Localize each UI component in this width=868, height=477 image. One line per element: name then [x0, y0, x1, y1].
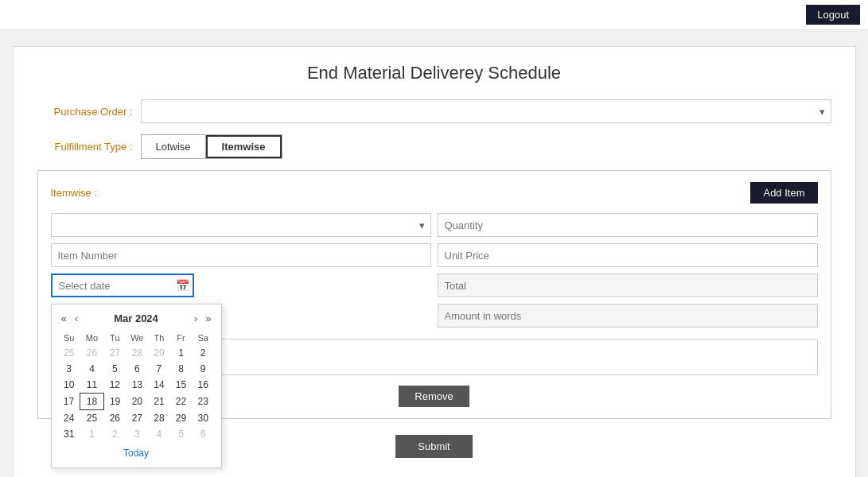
submit-button[interactable]: Submit [395, 435, 472, 458]
calendar-weekday: Sa [192, 331, 214, 345]
logout-button[interactable]: Logout [806, 5, 860, 25]
cal-next-month-button[interactable]: › [191, 311, 200, 326]
cal-next-group: › » [191, 311, 215, 326]
fulfillment-type-row: Fulfillment Type : Lotwise Itemwise [37, 134, 831, 159]
cal-prev-year-button[interactable]: « [58, 311, 70, 326]
purchase-order-label: Purchase Order : [37, 106, 141, 118]
calendar-today-link[interactable]: Today [58, 445, 215, 461]
total-input[interactable] [438, 273, 818, 297]
quantity-input[interactable] [438, 213, 818, 237]
calendar-weekday: Su [58, 331, 80, 345]
item-form-top: ▾ « ‹ Mar 2024 › [51, 213, 818, 328]
fulfillment-type-label: Fulfillment Type : [37, 141, 141, 153]
date-input-wrapper: 📅 [51, 273, 194, 297]
purchase-order-select[interactable] [141, 99, 831, 123]
item-dropdown-wrapper: ▾ [51, 213, 431, 237]
date-picker-container: « ‹ Mar 2024 › » SuMoTuWeThFrSa [51, 273, 431, 297]
calendar-day[interactable]: 10 [58, 377, 80, 394]
calendar-weekday: Mo [80, 331, 103, 345]
calendar-day[interactable]: 29 [148, 345, 170, 361]
item-dropdown[interactable] [51, 213, 431, 237]
calendar-day[interactable]: 12 [103, 377, 126, 394]
add-item-button[interactable]: Add Item [750, 182, 817, 204]
calendar-day[interactable]: 7 [148, 361, 170, 377]
calendar-day[interactable]: 24 [58, 410, 80, 427]
fulfillment-toggle-group: Lotwise Itemwise [141, 134, 282, 159]
calendar-day[interactable]: 9 [192, 361, 214, 377]
lotwise-button[interactable]: Lotwise [142, 135, 206, 158]
calendar-day[interactable]: 21 [148, 394, 170, 410]
amount-in-words-input[interactable] [438, 304, 818, 328]
itemwise-section: Itemwise : Add Item ▾ [37, 170, 831, 419]
main-container: End Material Deliverey Schedule Purchase… [13, 46, 856, 477]
calendar-day[interactable]: 6 [192, 426, 214, 442]
calendar-popup: « ‹ Mar 2024 › » SuMoTuWeThFrSa [51, 304, 222, 468]
calendar-day[interactable]: 28 [148, 410, 170, 427]
calendar-weekday: Th [148, 331, 170, 345]
calendar-day[interactable]: 25 [58, 345, 80, 361]
page-title: End Material Deliverey Schedule [37, 63, 831, 83]
calendar-day[interactable]: 13 [127, 377, 149, 394]
left-column: ▾ « ‹ Mar 2024 › [51, 213, 431, 328]
remove-button[interactable]: Remove [399, 386, 469, 407]
date-input[interactable] [51, 273, 194, 297]
calendar-day[interactable]: 27 [103, 345, 126, 361]
calendar-day[interactable]: 18 [80, 394, 103, 410]
itemwise-label: Itemwise : [51, 187, 98, 199]
calendar-weekday: Tu [103, 331, 126, 345]
calendar-day[interactable]: 29 [170, 410, 193, 427]
calendar-grid: SuMoTuWeThFrSa 2526272829123456789101112… [58, 331, 215, 442]
calendar-day[interactable]: 1 [170, 345, 193, 361]
calendar-day[interactable]: 14 [148, 377, 170, 394]
calendar-day[interactable]: 20 [127, 394, 149, 410]
cal-prev-group: « ‹ [58, 311, 82, 326]
calendar-weekday: Fr [170, 331, 193, 345]
itemwise-header: Itemwise : Add Item [51, 182, 818, 204]
calendar-day[interactable]: 6 [127, 361, 149, 377]
purchase-order-row: Purchase Order : ▾ [37, 99, 831, 123]
item-number-input[interactable] [51, 243, 431, 267]
calendar-day[interactable]: 1 [80, 426, 103, 442]
calendar-day[interactable]: 4 [80, 361, 103, 377]
calendar-day[interactable]: 31 [58, 426, 80, 442]
calendar-day[interactable]: 26 [103, 410, 126, 427]
calendar-day[interactable]: 27 [127, 410, 149, 427]
calendar-day[interactable]: 2 [192, 345, 214, 361]
calendar-day[interactable]: 23 [192, 394, 214, 410]
calendar-day[interactable]: 4 [148, 426, 170, 442]
calendar-day[interactable]: 30 [192, 410, 214, 427]
calendar-day[interactable]: 8 [170, 361, 193, 377]
calendar-day[interactable]: 2 [103, 426, 126, 442]
purchase-order-wrapper: ▾ [141, 99, 831, 123]
cal-next-year-button[interactable]: » [202, 311, 214, 326]
calendar-month-year: Mar 2024 [114, 312, 158, 324]
calendar-day[interactable]: 25 [80, 410, 103, 427]
calendar-day[interactable]: 19 [103, 394, 126, 410]
cal-prev-month-button[interactable]: ‹ [72, 311, 81, 326]
calendar-day[interactable]: 3 [58, 361, 80, 377]
right-column [438, 213, 818, 328]
calendar-weekday: We [127, 331, 149, 345]
calendar-day[interactable]: 5 [170, 426, 193, 442]
calendar-day[interactable]: 17 [58, 394, 80, 410]
calendar-day[interactable]: 5 [103, 361, 126, 377]
calendar-day[interactable]: 15 [170, 377, 193, 394]
calendar-day[interactable]: 11 [80, 377, 103, 394]
calendar-header: « ‹ Mar 2024 › » [58, 311, 215, 326]
calendar-day[interactable]: 28 [127, 345, 149, 361]
calendar-day[interactable]: 3 [127, 426, 149, 442]
unit-price-input[interactable] [438, 243, 818, 267]
calendar-day[interactable]: 26 [80, 345, 103, 361]
calendar-day[interactable]: 22 [170, 394, 193, 410]
calendar-day[interactable]: 16 [192, 377, 214, 394]
itemwise-button[interactable]: Itemwise [206, 135, 282, 158]
